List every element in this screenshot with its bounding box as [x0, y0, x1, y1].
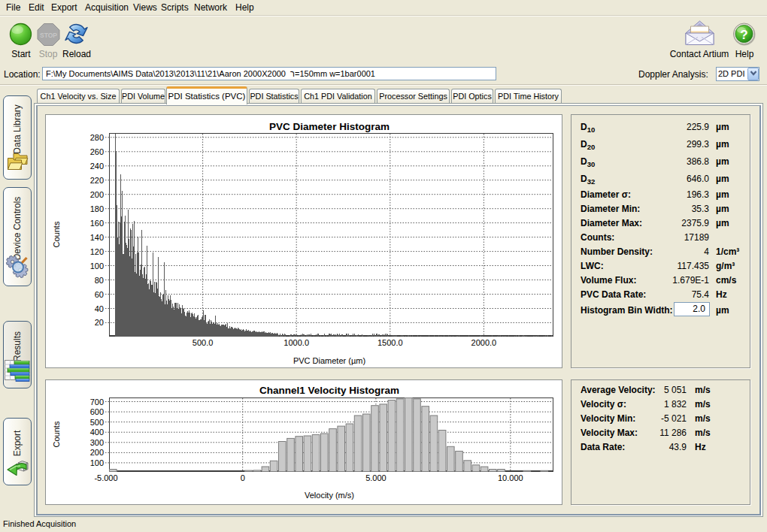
- svg-text:80: 80: [95, 276, 104, 285]
- svg-text:400: 400: [90, 428, 104, 437]
- svg-text:100: 100: [90, 261, 104, 271]
- svg-text:240: 240: [90, 162, 104, 171]
- svg-text:200: 200: [90, 448, 104, 457]
- svg-text:2000.0: 2000.0: [471, 338, 497, 347]
- svg-text:?: ?: [740, 28, 747, 42]
- svg-text:300: 300: [90, 438, 104, 447]
- svg-text:500.0: 500.0: [193, 338, 214, 347]
- svg-text:600: 600: [90, 407, 104, 416]
- svg-text:5.000: 5.000: [365, 473, 387, 482]
- svg-text:180: 180: [90, 204, 104, 213]
- svg-text:Velocity (m/s): Velocity (m/s): [305, 491, 354, 500]
- svg-text:20: 20: [95, 318, 104, 327]
- svg-text:PVC Diameter Histogram: PVC Diameter Histogram: [269, 121, 390, 132]
- svg-text:1000.0: 1000.0: [283, 338, 309, 347]
- svg-text:-5.000: -5.000: [94, 473, 117, 482]
- svg-text:60: 60: [95, 290, 104, 299]
- svg-text:500: 500: [90, 418, 104, 427]
- svg-text:140: 140: [90, 233, 104, 242]
- svg-text:260: 260: [90, 147, 104, 156]
- svg-text:280: 280: [90, 133, 104, 142]
- svg-text:10.000: 10.000: [498, 473, 523, 482]
- svg-text:Counts: Counts: [52, 221, 61, 247]
- svg-text:0: 0: [241, 473, 245, 482]
- svg-text:PVC Diameter (µm): PVC Diameter (µm): [293, 356, 365, 365]
- svg-text:700: 700: [90, 397, 104, 407]
- svg-text:40: 40: [95, 304, 104, 313]
- svg-text:220: 220: [90, 176, 104, 185]
- svg-text:Counts: Counts: [52, 421, 61, 447]
- svg-text:1500.0: 1500.0: [377, 338, 403, 347]
- svg-text:Channel1 Velocity Histogram: Channel1 Velocity Histogram: [259, 385, 399, 396]
- svg-text:120: 120: [90, 247, 104, 256]
- svg-text:100: 100: [90, 458, 104, 467]
- svg-text:STOP: STOP: [40, 32, 57, 39]
- svg-text:160: 160: [90, 219, 104, 228]
- svg-text:200: 200: [90, 190, 104, 199]
